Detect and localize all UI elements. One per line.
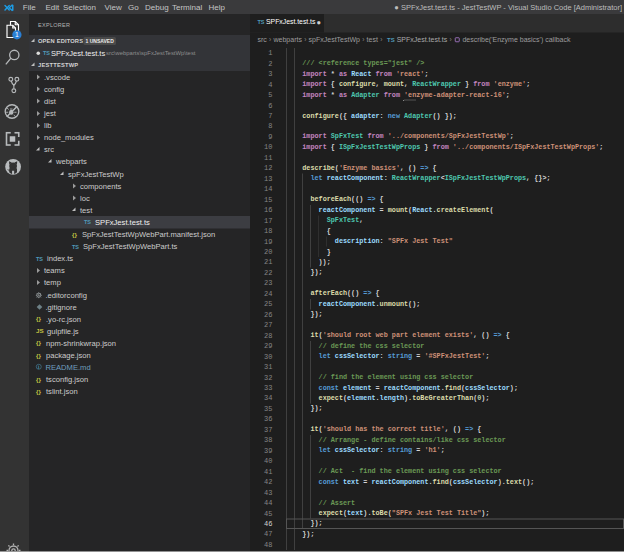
svg-text:1: 1 — [15, 31, 19, 38]
